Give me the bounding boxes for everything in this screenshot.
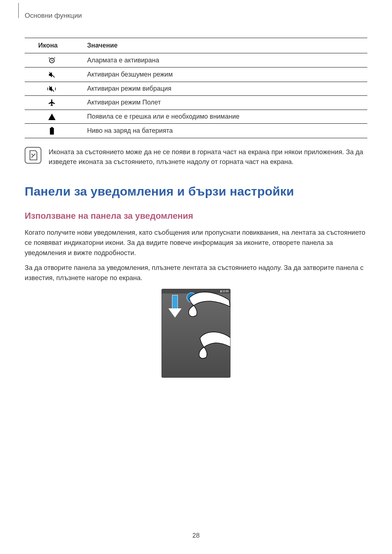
body-paragraph: За да отворите панела за уведомления, пл…	[25, 263, 367, 283]
table-row: Алармата е активирана	[25, 53, 367, 67]
note-text: Иконата за състоянието може да не се поя…	[49, 147, 367, 167]
table-header-row: Икона Значение	[25, 38, 367, 53]
airplane-icon	[25, 95, 79, 110]
table-row: Появила се е грешка или е необходимо вни…	[25, 110, 367, 124]
page-number: 28	[0, 532, 392, 539]
table-row: Ниво на заряд на батерията	[25, 124, 367, 138]
table-row: Активиран безшумен режим	[25, 67, 367, 82]
mute-icon	[25, 67, 79, 82]
table-cell-meaning: Активиран режим вибрация	[79, 82, 367, 95]
page-content: Основни функции Икона Значение Алармата …	[0, 0, 392, 378]
body-paragraph: Когато получите нови уведомления, като с…	[25, 227, 367, 258]
table-cell-meaning: Активиран безшумен режим	[79, 67, 367, 82]
table-cell-meaning: Активиран режим Полет	[79, 95, 367, 110]
svg-rect-3	[50, 128, 54, 135]
subsection-title: Използване на панела за уведомления	[25, 211, 367, 221]
section-title: Панели за уведомления и бързи настройки	[25, 184, 367, 198]
vibrate-icon	[25, 82, 79, 95]
chapter-header: Основни функции	[25, 12, 367, 20]
table-header-meaning: Значение	[79, 38, 367, 53]
section-marker	[18, 3, 19, 18]
icon-meaning-table: Икона Значение Алармата е активирана	[25, 38, 367, 138]
hand-gesture-icon	[162, 289, 230, 378]
table-cell-meaning: Алармата е активирана	[79, 53, 367, 67]
warning-icon	[25, 110, 79, 124]
device-illustration: ▮ 10:00	[162, 289, 230, 378]
battery-icon	[25, 124, 79, 138]
table-row: Активиран режим Полет	[25, 95, 367, 110]
illustration: ▮ 10:00	[25, 289, 367, 378]
svg-rect-4	[51, 127, 53, 128]
table-cell-meaning: Появила се е грешка или е необходимо вни…	[79, 110, 367, 124]
table-header-icon: Икона	[25, 38, 79, 53]
note-icon	[25, 147, 41, 164]
note-callout: Иконата за състоянието може да не се поя…	[25, 147, 367, 167]
table-cell-meaning: Ниво на заряд на батерията	[79, 124, 367, 138]
alarm-icon	[25, 53, 79, 67]
table-row: Активиран режим вибрация	[25, 82, 367, 95]
